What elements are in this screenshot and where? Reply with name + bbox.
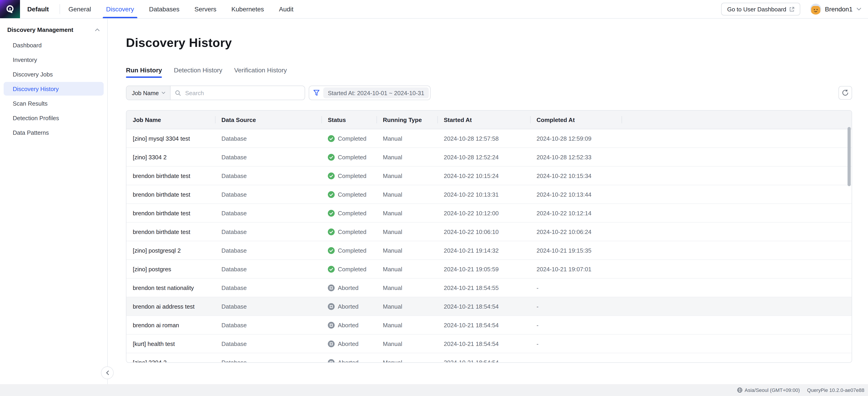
sidebar-item-discovery-jobs[interactable]: Discovery Jobs [4,67,104,81]
cell-filler [622,223,851,241]
status-label: Completed [338,228,367,235]
cell-completed-at: 2024-10-22 10:15:34 [530,167,622,185]
status-label: Completed [338,209,367,217]
table-row[interactable]: brendon birthdate testDatabaseCompletedM… [126,167,851,185]
filter-icon[interactable] [313,90,320,96]
cell-started-at: 2024-10-28 12:52:24 [437,148,530,166]
refresh-icon [842,89,849,96]
cell-data-source: Database [215,185,321,203]
search-field-selector[interactable]: Job Name [126,86,171,100]
column-header-status[interactable]: Status [321,111,376,129]
column-header-completed-at[interactable]: Completed At [530,111,622,129]
table-scrollbar-thumb[interactable] [847,127,851,186]
search-input[interactable] [184,89,300,97]
querypie-logo-icon [5,4,15,14]
sidebar-section-header[interactable]: Discovery Management [0,19,107,37]
status-label: Aborted [338,321,359,329]
cell-running-type: Manual [376,260,437,278]
sidebar-item-inventory[interactable]: Inventory [4,53,104,66]
column-header-running-type[interactable]: Running Type [376,111,437,129]
table-row[interactable]: brendon ai address testDatabaseAbortedMa… [126,297,851,316]
body-row: Discovery Management DashboardInventoryD… [0,19,868,385]
cell-status: Completed [321,223,376,241]
nav-item-audit[interactable]: Audit [279,0,293,18]
app-window: Default GeneralDiscoveryDatabasesServers… [0,0,868,396]
avatar-smiley-icon [811,6,820,15]
cell-running-type: Manual [376,353,437,363]
querypie-logo[interactable] [0,0,20,18]
tab-detection-history[interactable]: Detection History [174,66,222,78]
cell-completed-at: 2024-10-21 19:07:01 [530,260,622,278]
completed-status-icon [328,172,335,179]
table-row[interactable]: [zino] postgresql 2DatabaseCompletedManu… [126,241,851,260]
tab-verification-history[interactable]: Verification History [234,66,287,78]
table-row[interactable]: brendon birthdate testDatabaseCompletedM… [126,185,851,204]
cell-job-name: brendon birthdate test [126,204,215,222]
refresh-button[interactable] [838,86,852,100]
status-label: Completed [338,172,367,179]
sidebar-item-dashboard[interactable]: Dashboard [4,38,104,52]
nav-item-servers[interactable]: Servers [194,0,216,18]
table-row[interactable]: brendon birthdate testDatabaseCompletedM… [126,223,851,241]
status-label: Aborted [338,284,359,291]
cell-running-type: Manual [376,129,437,147]
org-label: Default [27,5,49,13]
cell-status: Completed [321,260,376,278]
cell-completed-at: - [530,279,622,297]
cell-job-name: [zino] 3304 2 [126,148,215,166]
table-header-row: Job NameData SourceStatusRunning TypeSta… [126,111,851,129]
table-row[interactable]: [zino] postgresDatabaseCompletedManual20… [126,260,851,279]
completed-status-icon [328,228,335,235]
cell-data-source: Database [215,148,321,166]
cell-filler [622,297,851,315]
cell-started-at: 2024-10-21 18:54:55 [437,279,530,297]
sidebar-item-discovery-history[interactable]: Discovery History [4,82,104,95]
nav-item-databases[interactable]: Databases [149,0,179,18]
cell-filler [622,241,851,259]
page-title: Discovery History [126,36,852,50]
nav-item-general[interactable]: General [68,0,91,18]
nav-item-discovery[interactable]: Discovery [106,0,134,18]
sidebar-collapse-button[interactable] [101,366,114,379]
column-header-started-at[interactable]: Started At [437,111,530,129]
timezone-label: Asia/Seoul (GMT+09:00) [745,387,800,393]
nav-item-kubernetes[interactable]: Kubernetes [231,0,264,18]
cell-completed-at: - [530,335,622,353]
cell-started-at: 2024-10-21 18:54:54 [437,335,530,353]
cell-filler [622,260,851,278]
table-body: [zino] mysql 3304 testDatabaseCompletedM… [126,129,851,363]
table-row[interactable]: brendon ai romanDatabaseAbortedManual202… [126,316,851,335]
version-label: QueryPie 10.2.0-ae07e88 [807,387,864,393]
tab-run-history[interactable]: Run History [126,66,162,78]
table-row[interactable]: [zino] 3304 2DatabaseCompletedManual2024… [126,148,851,167]
column-header-data-source[interactable]: Data Source [215,111,321,129]
cell-filler [622,353,851,363]
completed-status-icon-wrap [328,135,335,142]
cell-filler [622,335,851,353]
started-at-filter-tag[interactable]: Started At: 2024-10-01 ~ 2024-10-31 [323,87,429,98]
completed-status-icon [328,209,335,217]
table-row[interactable]: [zino] mysql 3304 testDatabaseCompletedM… [126,129,851,148]
go-to-user-dashboard-button[interactable]: Go to User Dashboard [721,3,800,16]
sidebar-item-data-patterns[interactable]: Data Patterns [4,125,104,139]
sidebar-item-detection-profiles[interactable]: Detection Profiles [4,111,104,125]
cell-status: Completed [321,185,376,203]
table-row[interactable]: brendon birthdate testDatabaseCompletedM… [126,204,851,223]
cell-completed-at: 2024-10-28 12:52:33 [530,148,622,166]
column-header-job-name[interactable]: Job Name [126,111,215,129]
cell-started-at: 2024-10-22 10:15:24 [437,167,530,185]
main-content: Discovery History Run HistoryDetection H… [108,19,868,385]
cell-running-type: Manual [376,167,437,185]
status-bar: Asia/Seoul (GMT+09:00) QueryPie 10.2.0-a… [0,384,868,396]
aborted-status-icon [328,303,335,310]
cell-job-name: brendon ai address test [126,297,215,315]
sidebar-item-scan-results[interactable]: Scan Results [4,96,104,110]
completed-status-icon-wrap [328,172,335,179]
status-label: Completed [338,135,367,142]
table-row[interactable]: brendon test nationalityDatabaseAbortedM… [126,279,851,297]
table-row[interactable]: [zino] 3304 2DatabaseAbortedManual2024-1… [126,353,851,363]
top-nav: Default GeneralDiscoveryDatabasesServers… [0,0,868,19]
user-menu[interactable]: Brendon1 [810,4,862,15]
table-row[interactable]: [kurt] health testDatabaseAbortedManual2… [126,335,851,353]
cell-started-at: 2024-10-21 18:54:54 [437,353,530,363]
